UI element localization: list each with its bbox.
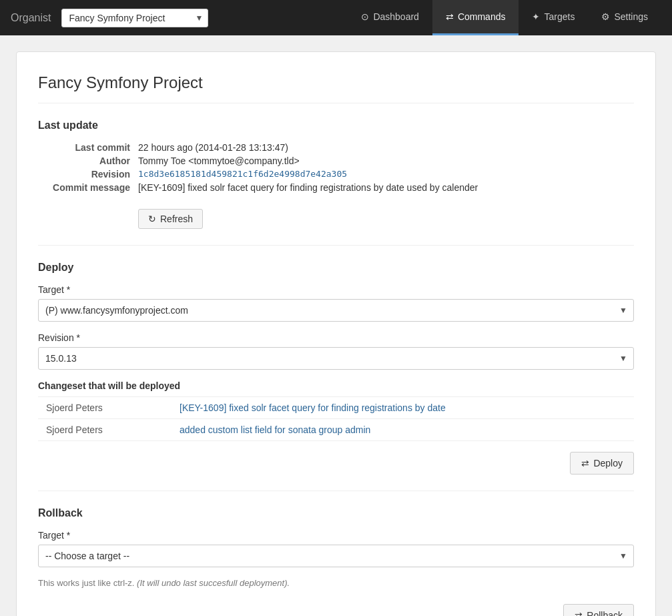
deploy-revision-group: Revision * 15.0.13 ▼	[38, 332, 634, 370]
author-row: Author Tommy Toe <tommytoe@company.tld>	[38, 156, 634, 166]
tab-settings-label: Settings	[614, 11, 648, 22]
deploy-title: Deploy	[38, 262, 634, 274]
refresh-icon: ↻	[148, 214, 156, 224]
targets-icon: ✦	[532, 11, 540, 22]
last-update-info: Last commit 22 hours ago (2014-01-28 13:…	[38, 142, 634, 193]
tab-settings[interactable]: ⚙ Settings	[588, 0, 661, 35]
commands-icon: ⇄	[446, 11, 454, 22]
refresh-button[interactable]: ↻ Refresh	[138, 209, 203, 229]
deploy-button[interactable]: ⇄ Deploy	[570, 452, 634, 475]
rollback-section: Rollback Target * -- Choose a target --(…	[38, 507, 634, 616]
last-commit-row: Last commit 22 hours ago (2014-01-28 13:…	[38, 142, 634, 153]
last-commit-value: 22 hours ago (2014-01-28 13:13:47)	[138, 142, 288, 153]
card: Fancy Symfony Project Last update Last c…	[16, 51, 656, 616]
last-update-title: Last update	[38, 119, 634, 131]
rollback-button-label: Rollback	[587, 610, 623, 616]
rollback-note: This works just like ctrl-z. (It will un…	[38, 578, 634, 588]
tab-dashboard-label: Dashboard	[373, 11, 419, 22]
deploy-revision-label: Revision *	[38, 332, 634, 343]
navbar: Organist Fancy Symfony Project ▼ ⊙ Dashb…	[0, 0, 672, 35]
divider-1	[38, 245, 634, 246]
changeset-author: Sjoerd Peters	[38, 419, 172, 441]
divider-2	[38, 491, 634, 491]
commit-message-value: [KEY-1609] fixed solr facet query for fi…	[138, 182, 478, 193]
rollback-note-italic: (It will undo last succesfull deployment…	[137, 578, 290, 588]
tab-dashboard[interactable]: ⊙ Dashboard	[348, 0, 432, 35]
project-selector-wrapper[interactable]: Fancy Symfony Project ▼	[61, 9, 208, 27]
table-row: Sjoerd Petersadded custom list field for…	[38, 419, 634, 441]
revision-row: Revision 1c8d3e6185181d459821c1f6d2e4998…	[38, 169, 634, 180]
table-row: Sjoerd Peters[KEY-1609] fixed solr facet…	[38, 397, 634, 419]
tab-commands-label: Commands	[458, 11, 506, 22]
deploy-button-row: ⇄ Deploy	[38, 452, 634, 475]
revision-label: Revision	[38, 169, 138, 180]
deploy-button-label: Deploy	[593, 458, 623, 469]
deploy-target-select-wrapper[interactable]: (P) www.fancysymfonyproject.com(S) stagi…	[38, 299, 634, 322]
commit-message-label: Commit message	[38, 182, 138, 193]
deploy-target-select[interactable]: (P) www.fancysymfonyproject.com(S) stagi…	[38, 299, 634, 322]
changeset-message: [KEY-1609] fixed solr facet query for fi…	[172, 397, 634, 419]
nav-tabs: ⊙ Dashboard ⇄ Commands ✦ Targets ⚙ Setti…	[348, 0, 661, 35]
revision-value: 1c8d3e6185181d459821c1f6d2e4998d7e42a305	[138, 169, 347, 180]
deploy-revision-select-wrapper[interactable]: 15.0.13 ▼	[38, 347, 634, 370]
project-select[interactable]: Fancy Symfony Project	[61, 9, 208, 27]
deploy-section: Deploy Target * (P) www.fancysymfonyproj…	[38, 262, 634, 475]
settings-icon: ⚙	[601, 11, 610, 22]
rollback-icon: ⇄	[575, 610, 583, 616]
deploy-revision-select[interactable]: 15.0.13	[38, 347, 634, 370]
rollback-target-select[interactable]: -- Choose a target --(P) www.fancysymfon…	[38, 545, 634, 567]
rollback-target-label: Target *	[38, 530, 634, 541]
rollback-target-group: Target * -- Choose a target --(P) www.fa…	[38, 530, 634, 567]
changeset-message: added custom list field for sonata group…	[172, 419, 634, 441]
refresh-button-label: Refresh	[160, 214, 193, 224]
page-title: Fancy Symfony Project	[38, 73, 634, 103]
rollback-title: Rollback	[38, 507, 634, 519]
author-label: Author	[38, 156, 138, 166]
dashboard-icon: ⊙	[361, 11, 369, 22]
main-container: Fancy Symfony Project Last update Last c…	[0, 35, 672, 616]
author-value: Tommy Toe <tommytoe@company.tld>	[138, 156, 300, 166]
commit-message-row: Commit message [KEY-1609] fixed solr fac…	[38, 182, 634, 193]
deploy-target-group: Target * (P) www.fancysymfonyproject.com…	[38, 284, 634, 322]
changeset-table: Sjoerd Peters[KEY-1609] fixed solr facet…	[38, 396, 634, 441]
last-commit-label: Last commit	[38, 142, 138, 153]
deploy-target-label: Target *	[38, 284, 634, 295]
rollback-note-text: This works just like ctrl-z.	[38, 578, 134, 588]
changeset-title: Changeset that will be deployed	[38, 380, 634, 391]
changeset-author: Sjoerd Peters	[38, 397, 172, 419]
last-update-section: Last update Last commit 22 hours ago (20…	[38, 119, 634, 229]
rollback-target-select-wrapper[interactable]: -- Choose a target --(P) www.fancysymfon…	[38, 545, 634, 567]
deploy-icon: ⇄	[581, 458, 589, 469]
tab-targets-label: Targets	[544, 11, 575, 22]
rollback-button-row: ⇄ Rollback	[38, 604, 634, 616]
rollback-button[interactable]: ⇄ Rollback	[563, 604, 634, 616]
tab-commands[interactable]: ⇄ Commands	[432, 0, 519, 35]
tab-targets[interactable]: ✦ Targets	[519, 0, 588, 35]
app-brand: Organist	[11, 12, 51, 24]
